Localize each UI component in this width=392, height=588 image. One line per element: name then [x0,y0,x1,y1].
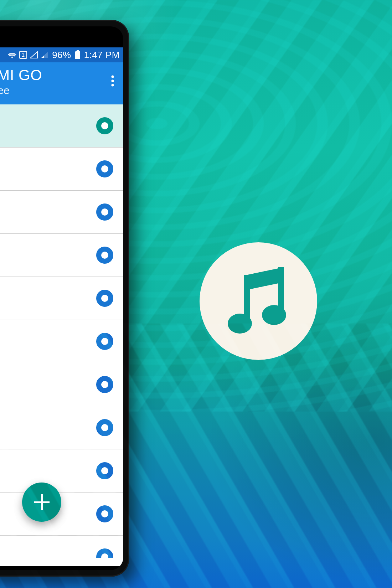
sim-icon: 1 [19,51,27,59]
promo-stage: 1 96% 1:47 PM REDMI GO i Go Free [0,0,392,588]
wifi-icon [8,51,16,58]
status-icons: 1 [8,51,48,59]
overflow-menu-button[interactable] [104,72,121,89]
list-item[interactable] [0,320,123,363]
list-item[interactable] [0,191,123,234]
ringtone-list[interactable] [0,104,123,566]
play-ring-icon[interactable] [96,333,113,350]
phone-bezel: 1 96% 1:47 PM REDMI GO i Go Free [0,26,123,570]
play-ring-icon[interactable] [96,247,113,264]
play-ring-icon[interactable] [96,117,113,134]
app-subtitle: i Go Free [0,84,118,97]
add-fab[interactable] [22,483,61,522]
list-item[interactable] [0,406,123,449]
play-ring-icon[interactable] [96,419,113,436]
battery-percent: 96% [52,50,71,61]
list-item[interactable] [0,492,123,536]
music-note-icon [223,264,294,339]
more-vert-icon [111,75,114,87]
signal-icon [41,51,48,58]
status-time: 1:47 PM [84,50,120,61]
svg-point-10 [262,305,286,325]
play-ring-icon[interactable] [96,462,113,479]
list-item[interactable] [0,277,123,320]
svg-rect-2 [75,51,80,59]
status-bar: 1 96% 1:47 PM [0,47,123,62]
list-item[interactable] [0,104,123,148]
signal-outline-icon [30,51,38,58]
list-item[interactable] [0,148,123,191]
svg-point-3 [111,75,114,78]
music-badge [200,242,317,360]
device-screen: 1 96% 1:47 PM REDMI GO i Go Free [0,47,123,566]
svg-point-5 [111,84,114,86]
list-item[interactable] [0,536,123,566]
play-ring-icon[interactable] [96,160,113,177]
list-item[interactable] [0,234,123,277]
play-ring-icon[interactable] [96,376,113,393]
sim-label: 1 [22,52,25,58]
app-title: REDMI GO [0,67,118,84]
play-ring-icon[interactable] [96,290,113,307]
app-bar: REDMI GO i Go Free [0,62,123,104]
play-ring-icon[interactable] [96,548,113,566]
svg-point-9 [228,314,252,334]
phone-mockup: 1 96% 1:47 PM REDMI GO i Go Free [0,20,129,577]
battery-icon [75,50,81,60]
list-item[interactable] [0,449,123,492]
svg-point-4 [111,79,114,82]
play-ring-icon[interactable] [96,203,113,221]
play-ring-icon[interactable] [96,505,113,522]
list-item[interactable] [0,363,123,406]
svg-marker-6 [246,267,283,290]
svg-rect-1 [77,50,79,51]
